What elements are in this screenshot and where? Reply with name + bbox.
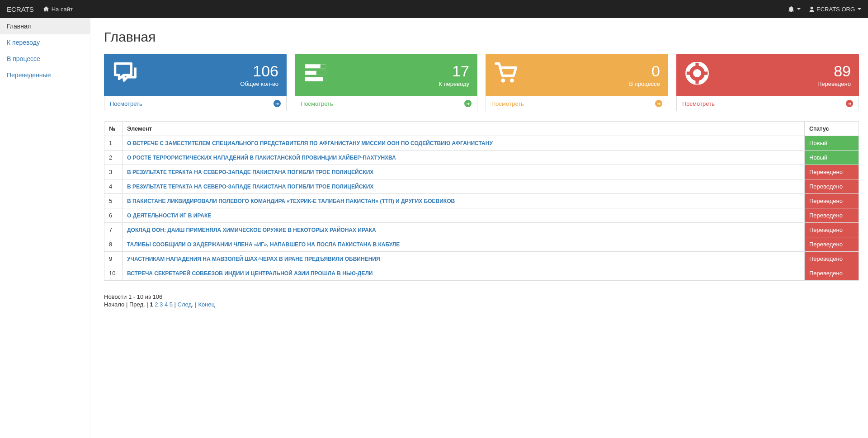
row-num: 10 (104, 266, 123, 281)
to-site-link[interactable]: На сайт (43, 6, 73, 13)
sidebar: ГлавнаяК переводуВ процессеПереведенные (0, 18, 90, 438)
pager-next[interactable]: След. (178, 301, 193, 308)
pager-page[interactable]: 3 (160, 301, 163, 308)
caret-down-icon (797, 8, 801, 10)
stat-card-green: 17К переводуПосмотреть➔ (295, 54, 477, 111)
status-badge: Переведено (805, 252, 859, 266)
stat-view-link[interactable]: Посмотреть➔ (104, 96, 287, 111)
brand-link[interactable]: ECRATS (7, 5, 34, 13)
table-row: 3В РЕЗУЛЬТАТЕ ТЕРАКТА НА СЕВЕРО-ЗАПАДЕ П… (104, 165, 859, 179)
item-link[interactable]: ВСТРЕЧА СЕКРЕТАРЕЙ СОВБЕЗОВ ИНДИИ И ЦЕНТ… (127, 270, 373, 277)
support-icon (684, 62, 710, 88)
status-badge: Переведено (805, 208, 859, 223)
item-link[interactable]: О ДЕЯТЕЛЬНОСТИ ИГ В ИРАКЕ (127, 212, 211, 219)
caret-down-icon (858, 8, 861, 10)
table-row: 1О ВСТРЕЧЕ С ЗАМЕСТИТЕЛЕМ СПЕЦИАЛЬНОГО П… (104, 136, 859, 151)
stat-card-red: 89ПереведеноПосмотреть➔ (676, 54, 859, 111)
stat-value: 17 (439, 63, 469, 79)
row-num: 7 (104, 223, 123, 237)
status-badge: Переведено (805, 237, 859, 252)
pager-page[interactable]: 2 (155, 301, 158, 308)
row-num: 2 (104, 151, 123, 165)
table-row: 7ДОКЛАД ООН: ДАИШ ПРИМЕНЯЛА ХИМИЧЕСКОЕ О… (104, 223, 859, 237)
stat-value: 106 (240, 63, 278, 79)
stat-value: 89 (817, 63, 851, 79)
pager-page[interactable]: 5 (170, 301, 173, 308)
stat-view-label: Посмотреть (491, 100, 524, 107)
row-num: 3 (104, 165, 123, 179)
main-content: Главная 106Общее кол-воПосмотреть➔17К пе… (90, 18, 868, 438)
dashboard-cards: 106Общее кол-воПосмотреть➔17К переводуПо… (104, 54, 859, 111)
item-link[interactable]: О ВСТРЕЧЕ С ЗАМЕСТИТЕЛЕМ СПЕЦИАЛЬНОГО ПР… (127, 140, 493, 146)
stat-view-link[interactable]: Посмотреть➔ (676, 96, 859, 111)
stat-label: В процессе (629, 80, 660, 87)
status-badge: Переведено (805, 223, 859, 237)
user-icon (809, 6, 815, 12)
stat-label: К переводу (439, 80, 469, 87)
pager-end[interactable]: Конец (198, 301, 215, 308)
top-navbar: ECRATS На сайт ECRATS ORG (0, 0, 868, 18)
item-link[interactable]: В РЕЗУЛЬТАТЕ ТЕРАКТА НА СЕВЕРО-ЗАПАДЕ ПА… (127, 169, 373, 175)
stat-label: Общее кол-во (240, 80, 278, 87)
item-link[interactable]: О РОСТЕ ТЕРРОРИСТИЧЕСКИХ НАПАДЕНИЙ В ПАК… (127, 155, 396, 161)
row-num: 4 (104, 179, 123, 194)
status-badge: Переведено (805, 266, 859, 281)
table-row: 5В ПАКИСТАНЕ ЛИКВИДИРОВАЛИ ПОЛЕВОГО КОМА… (104, 194, 859, 208)
status-badge: Переведено (805, 194, 859, 208)
stat-view-label: Посмотреть (110, 100, 142, 107)
stat-label: Переведено (817, 80, 851, 87)
items-table: № Элемент Статус 1О ВСТРЕЧЕ С ЗАМЕСТИТЕЛ… (104, 121, 859, 281)
arrow-right-icon: ➔ (846, 100, 853, 107)
sidebar-item-3[interactable]: Переведенные (0, 67, 90, 83)
table-row: 10ВСТРЕЧА СЕКРЕТАРЕЙ СОВБЕЗОВ ИНДИИ И ЦЕ… (104, 266, 859, 281)
pager-page[interactable]: 4 (165, 301, 168, 308)
comments-icon (112, 62, 137, 88)
item-link[interactable]: В ПАКИСТАНЕ ЛИКВИДИРОВАЛИ ПОЛЕВОГО КОМАН… (127, 198, 455, 204)
status-badge: Новый (805, 151, 859, 165)
stat-card-blue: 106Общее кол-воПосмотреть➔ (104, 54, 287, 111)
table-row: 8ТАЛИБЫ СООБЩИЛИ О ЗАДЕРЖАНИИ ЧЛЕНА «ИГ»… (104, 237, 859, 252)
bell-icon (788, 6, 794, 12)
user-menu[interactable]: ECRATS ORG (809, 6, 861, 13)
stat-view-label: Посмотреть (301, 100, 333, 107)
row-num: 8 (104, 237, 123, 252)
sidebar-item-1[interactable]: К переводу (0, 34, 90, 51)
pager-page-current: 1 (150, 301, 153, 308)
status-badge: Новый (805, 136, 859, 151)
item-link[interactable]: В РЕЗУЛЬТАТЕ ТЕРАКТА НА СЕВЕРО-ЗАПАДЕ ПА… (127, 184, 373, 190)
row-num: 9 (104, 252, 123, 266)
arrow-right-icon: ➔ (655, 100, 662, 107)
table-row: 2О РОСТЕ ТЕРРОРИСТИЧЕСКИХ НАПАДЕНИЙ В ПА… (104, 151, 859, 165)
table-row: 6О ДЕЯТЕЛЬНОСТИ ИГ В ИРАКЕПереведено (104, 208, 859, 223)
stat-view-link[interactable]: Посмотреть➔ (295, 96, 477, 111)
arrow-right-icon: ➔ (464, 100, 472, 107)
sidebar-item-0[interactable]: Главная (0, 18, 90, 34)
page-title: Главная (104, 29, 859, 45)
table-row: 4В РЕЗУЛЬТАТЕ ТЕРАКТА НА СЕВЕРО-ЗАПАДЕ П… (104, 179, 859, 194)
item-link[interactable]: УЧАСТНИКАМ НАПАДЕНИЯ НА МАВЗОЛЕЙ ШАХ-ЧЕР… (127, 256, 380, 262)
home-icon (43, 6, 49, 12)
stat-card-orange: 0В процессеПосмотреть➔ (486, 54, 668, 111)
item-link[interactable]: ДОКЛАД ООН: ДАИШ ПРИМЕНЯЛА ХИМИЧЕСКОЕ ОР… (127, 227, 376, 233)
pager-begin: Начало (104, 301, 124, 308)
col-num: № (104, 122, 123, 136)
row-num: 1 (104, 136, 123, 151)
sidebar-item-2[interactable]: В процессе (0, 51, 90, 67)
col-item: Элемент (123, 122, 805, 136)
user-label: ECRATS ORG (816, 6, 855, 13)
table-row: 9УЧАСТНИКАМ НАПАДЕНИЯ НА МАВЗОЛЕЙ ШАХ-ЧЕ… (104, 252, 859, 266)
pager-info: Новости 1 - 10 из 106 (104, 293, 859, 300)
status-badge: Переведено (805, 165, 859, 179)
row-num: 6 (104, 208, 123, 223)
stat-view-link[interactable]: Посмотреть➔ (486, 96, 668, 111)
pager-prev: Пред. (129, 301, 145, 308)
arrow-right-icon: ➔ (274, 100, 281, 107)
status-badge: Переведено (805, 179, 859, 194)
stat-value: 0 (629, 63, 660, 79)
notifications-menu[interactable] (788, 6, 801, 12)
stat-view-label: Посмотреть (682, 100, 715, 107)
item-link[interactable]: ТАЛИБЫ СООБЩИЛИ О ЗАДЕРЖАНИИ ЧЛЕНА «ИГ»,… (127, 241, 400, 248)
tasks-icon (303, 62, 328, 88)
cart-icon (494, 62, 519, 88)
row-num: 5 (104, 194, 123, 208)
